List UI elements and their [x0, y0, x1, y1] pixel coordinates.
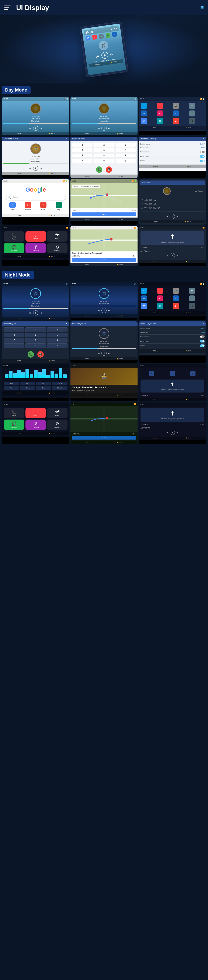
- n-go-btn[interactable]: GO: [72, 436, 136, 439]
- dial-star[interactable]: *: [72, 159, 93, 163]
- ns-apts[interactable]: ⚡ APTS: [117, 264, 123, 266]
- s-play[interactable]: ⏸: [170, 214, 175, 219]
- maps-icon-2[interactable]: 🗺: [141, 118, 147, 124]
- n-play-2[interactable]: ⏸: [101, 308, 107, 313]
- b3-nav[interactable]: EMAIL: [153, 127, 158, 129]
- wc-btn3[interactable]: Mid: [36, 382, 51, 385]
- nbs-email[interactable]: EMAIL: [153, 350, 158, 352]
- nn2-email[interactable]: EMAIL: [153, 438, 158, 439]
- s-prev[interactable]: ⏮: [166, 215, 168, 218]
- n2-play[interactable]: ▶: [170, 430, 175, 435]
- nt-apts[interactable]: ⚡ APTS: [185, 261, 191, 262]
- n-yt[interactable]: ▶: [173, 303, 179, 309]
- n-carplay[interactable]: C: [157, 296, 163, 301]
- n-bt-settings-close[interactable]: ✕: [202, 323, 204, 325]
- bt-music-close[interactable]: ✕: [66, 138, 68, 140]
- turn-left[interactable]: ↰: [149, 371, 154, 376]
- carplay2-icon[interactable]: C: [157, 110, 163, 116]
- settings-app[interactable]: ⚙: [99, 33, 104, 39]
- play-btn-1[interactable]: ⏸: [33, 126, 38, 131]
- nb1-apts[interactable]: ⚡ APTS: [49, 318, 55, 319]
- n-dial-7[interactable]: 7: [4, 338, 24, 342]
- bt-play[interactable]: ⏸: [33, 165, 38, 171]
- n-gallery[interactable]: 🖼: [157, 303, 163, 309]
- n-settings[interactable]: ⚙: [189, 288, 195, 294]
- prev-btn-1[interactable]: ⏮: [30, 127, 32, 129]
- np-next[interactable]: ⏭: [176, 255, 178, 257]
- n-bt-play[interactable]: ⏸: [101, 351, 107, 356]
- n-dial-hash[interactable]: #: [47, 343, 68, 348]
- home-app-gmail[interactable]: ✉ Gmail: [36, 202, 50, 210]
- wc-btn4[interactable]: Treble: [52, 382, 68, 385]
- device-name-value[interactable]: CarBT: [200, 143, 205, 145]
- wc-btn2[interactable]: Bass: [20, 382, 35, 385]
- btc-email[interactable]: EMAIL: [85, 175, 90, 177]
- dial-hash[interactable]: #: [115, 159, 136, 163]
- n-cp-phone[interactable]: 📞 Phone: [4, 408, 24, 418]
- hero-play-btn[interactable]: ⏸: [101, 51, 109, 59]
- prev-btn-2[interactable]: ⏮: [98, 127, 100, 129]
- nw-email[interactable]: EMAIL: [17, 392, 21, 394]
- nb1-email[interactable]: EMAIL: [17, 318, 21, 319]
- bt-next[interactable]: ⏭: [40, 167, 42, 169]
- track-2[interactable]: 🎵 华乐_回家.mp4: [141, 202, 204, 206]
- n-dial-4[interactable]: 4: [4, 333, 24, 337]
- nw-apts[interactable]: ⚡ APTS: [49, 392, 55, 394]
- track-3[interactable]: 🎵 华乐_回家_回忆.mp3: [141, 206, 204, 210]
- dial-6[interactable]: 6: [115, 148, 136, 153]
- cp-phone[interactable]: 📞 Phone: [4, 231, 24, 242]
- btc-apts[interactable]: ⚡ APTS: [117, 175, 123, 177]
- next-btn-1[interactable]: ⏭: [40, 127, 42, 129]
- nn-apts[interactable]: ⚡ APTS: [185, 399, 191, 400]
- more-icon[interactable]: …: [189, 110, 195, 116]
- ncp-apts[interactable]: ⚡ APTS: [49, 433, 55, 434]
- wc-btn5[interactable]: Pop: [4, 386, 19, 390]
- b2-apts[interactable]: ⚡ APTS: [117, 133, 123, 135]
- wc-btn6[interactable]: Rock: [20, 386, 35, 390]
- nb2-email[interactable]: EMAIL: [85, 315, 90, 317]
- auto-answer-toggle[interactable]: [200, 151, 205, 153]
- n-cp-settings[interactable]: ⚙ Settings: [47, 420, 68, 430]
- gallery-icon[interactable]: 🖼: [157, 118, 163, 124]
- n-call-btn[interactable]: 📞: [28, 351, 34, 358]
- dial-3[interactable]: 3: [115, 143, 136, 147]
- dial-8[interactable]: 8: [94, 153, 114, 158]
- n-bt-next[interactable]: ⏭: [108, 352, 110, 354]
- dial-4[interactable]: 4: [72, 148, 93, 153]
- telegram-icon[interactable]: ✈: [141, 103, 147, 109]
- nbc-email[interactable]: EMAIL: [17, 360, 21, 362]
- phone-app[interactable]: 📞: [105, 33, 110, 38]
- bts-apts[interactable]: ⚡ APTS: [185, 165, 191, 167]
- cp-email[interactable]: EMAIL: [17, 256, 21, 258]
- n2-next[interactable]: ⏭: [176, 431, 178, 433]
- nn-email[interactable]: EMAIL: [153, 399, 158, 400]
- n-maps[interactable]: 🗺: [141, 303, 147, 309]
- ns-email[interactable]: EMAIL: [85, 264, 90, 266]
- n-dial-star[interactable]: *: [4, 343, 24, 348]
- maps-app[interactable]: 🗺: [85, 35, 91, 41]
- soc-apts[interactable]: ⚡ APTS: [184, 221, 191, 223]
- auto-connect-toggle[interactable]: [200, 155, 205, 158]
- n-cp-spotify[interactable]: 🎧 Spotify: [4, 420, 24, 430]
- n-dial-9[interactable]: 9: [47, 338, 68, 342]
- n-end-call-btn[interactable]: 📵: [37, 351, 44, 358]
- turn-up[interactable]: ↑: [170, 371, 175, 376]
- go-button[interactable]: GO: [72, 212, 136, 216]
- dial-1[interactable]: 1: [72, 143, 93, 147]
- dial-2[interactable]: 2: [94, 143, 114, 147]
- dial-9[interactable]: 9: [115, 153, 136, 158]
- n-next-2[interactable]: ⏭: [108, 310, 110, 312]
- b3-apts[interactable]: ⚡ APTS: [185, 127, 191, 129]
- n-bt[interactable]: B: [173, 296, 179, 301]
- n-bt-call-close[interactable]: ✕: [66, 323, 68, 325]
- n-auto-connect-toggle[interactable]: [200, 340, 205, 342]
- nf-email[interactable]: EMAIL: [85, 394, 90, 396]
- dial-0[interactable]: 0: [94, 159, 114, 163]
- n-prev-1[interactable]: ⏮: [30, 312, 32, 314]
- btm-email[interactable]: EMAIL: [17, 173, 21, 175]
- home-app-maps[interactable]: 🗺 Maps: [6, 202, 20, 210]
- play-btn-2[interactable]: ⏸: [101, 126, 107, 131]
- next-btn-2[interactable]: ⏭: [108, 127, 110, 129]
- b2-email[interactable]: EMAIL: [85, 133, 90, 135]
- n-camera[interactable]: 📷: [173, 288, 179, 294]
